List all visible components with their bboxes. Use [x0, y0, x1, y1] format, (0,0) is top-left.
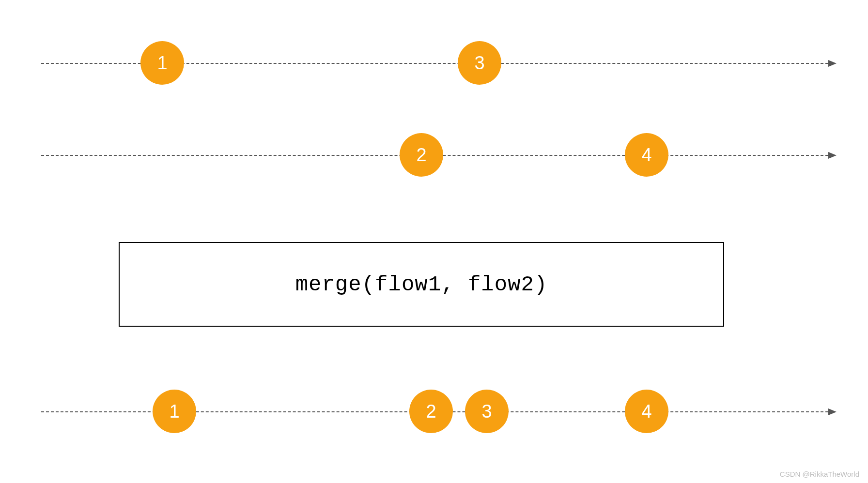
node-label: 4	[641, 401, 651, 422]
node-label: 1	[169, 401, 179, 422]
arrowhead-icon	[828, 60, 837, 67]
watermark-text: CSDN @RikkaTheWorld	[780, 470, 859, 478]
flow2-node: 4	[625, 133, 668, 177]
flow1-node: 1	[140, 41, 184, 85]
node-label: 3	[481, 401, 492, 422]
diagram-canvas: 1 3 2 4 merge(flow1, flow2) 1 2 3 4 CSDN…	[0, 0, 868, 483]
node-label: 3	[474, 53, 484, 74]
result-node: 3	[465, 390, 509, 433]
result-node: 1	[153, 390, 196, 433]
node-label: 4	[641, 145, 651, 166]
node-label: 2	[426, 401, 436, 422]
node-label: 1	[157, 53, 167, 74]
flow1-node: 3	[458, 41, 501, 85]
result-node: 2	[409, 390, 453, 433]
arrowhead-icon	[828, 408, 837, 415]
arrowhead-icon	[828, 152, 837, 159]
operator-box: merge(flow1, flow2)	[119, 242, 724, 327]
node-label: 2	[416, 145, 426, 166]
operator-label: merge(flow1, flow2)	[295, 272, 548, 297]
result-node: 4	[625, 390, 668, 433]
flow2-node: 2	[400, 133, 443, 177]
